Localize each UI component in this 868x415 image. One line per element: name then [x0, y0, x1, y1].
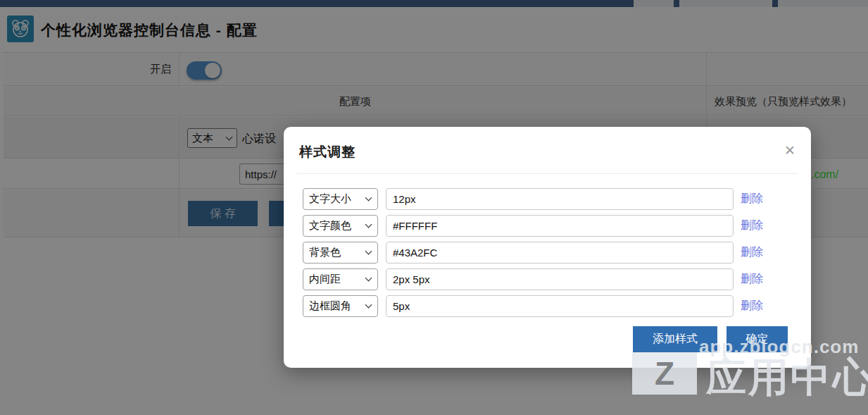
delete-link[interactable]: 删除 [741, 218, 763, 233]
style-property-value: 背景色 [309, 246, 341, 259]
style-row: 内间距 删除 [284, 268, 811, 290]
style-property-select[interactable]: 边框圆角 [303, 295, 378, 317]
style-value-input[interactable] [386, 242, 734, 264]
chevron-down-icon [365, 248, 372, 255]
delete-link[interactable]: 删除 [741, 192, 763, 206]
style-property-select[interactable]: 背景色 [303, 242, 378, 264]
style-row: 边框圆角 删除 [284, 295, 811, 317]
style-property-select[interactable]: 文字颜色 [303, 215, 378, 237]
style-value-input[interactable] [386, 215, 734, 237]
style-property-value: 边框圆角 [309, 299, 351, 313]
delete-link[interactable]: 删除 [741, 299, 763, 314]
style-row: 背景色 删除 [284, 242, 811, 264]
style-property-value: 文字颜色 [309, 219, 351, 233]
style-value-input[interactable] [386, 188, 734, 210]
style-row: 文字大小 删除 [284, 188, 811, 210]
chevron-down-icon [365, 221, 372, 228]
delete-link[interactable]: 删除 [741, 272, 763, 287]
chevron-down-icon [365, 194, 372, 202]
modal-title: 样式调整 [299, 143, 356, 161]
style-row: 文字颜色 删除 [284, 215, 811, 237]
style-adjust-modal: 样式调整 ✕ 文字大小 删除 文字颜色 删除 背景色 删除 [284, 127, 811, 368]
style-property-value: 内间距 [309, 273, 341, 286]
modal-divider [296, 173, 798, 174]
page: 个性化浏览器控制台信息 - 配置 开启 配置项 效果预览（只预览样式效果） 文本… [0, 0, 868, 415]
style-property-select[interactable]: 文字大小 [303, 188, 378, 210]
chevron-down-icon [365, 302, 372, 309]
close-icon[interactable]: ✕ [784, 144, 795, 157]
delete-link[interactable]: 删除 [741, 245, 763, 260]
style-value-input[interactable] [386, 268, 734, 290]
style-value-input[interactable] [386, 295, 734, 317]
chevron-down-icon [365, 275, 372, 282]
confirm-button[interactable]: 确定 [727, 326, 788, 352]
style-property-select[interactable]: 内间距 [303, 268, 378, 290]
add-style-button[interactable]: 添加样式 [633, 326, 717, 352]
style-property-value: 文字大小 [309, 192, 351, 206]
